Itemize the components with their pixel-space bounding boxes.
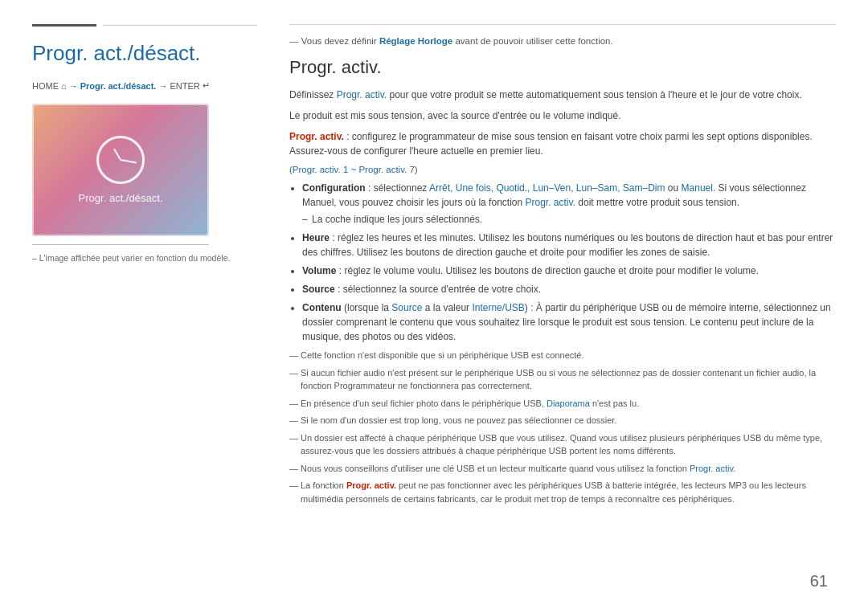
section-title: Progr. activ. bbox=[289, 57, 836, 78]
sub-ref: (Progr. activ. 1 ~ Progr. activ. 7) bbox=[289, 165, 836, 174]
config-manuel: Manuel bbox=[682, 182, 713, 194]
enter-label: ENTER bbox=[170, 81, 199, 91]
remark-1: Cette fonction n'est disponible que si u… bbox=[289, 349, 836, 362]
image-note: – L'image affichée peut varier en foncti… bbox=[32, 253, 257, 263]
progr-activ-range: Progr. activ. 1 ~ Progr. activ. 7 bbox=[293, 165, 415, 174]
source-label: Source bbox=[302, 284, 335, 295]
progr-activ-ref3: Progr. activ. bbox=[690, 464, 735, 473]
home-label: HOME bbox=[32, 81, 59, 91]
volume-label: Volume bbox=[302, 265, 336, 276]
remark-4: Si le nom d'un dossier est trop long, vo… bbox=[289, 414, 836, 427]
clock-icon bbox=[96, 136, 145, 184]
page-number: 61 bbox=[810, 572, 828, 591]
breadcrumb-link[interactable]: Progr. act./désact. bbox=[80, 81, 157, 91]
top-note: — Vous devez définir Réglage Horloge ava… bbox=[289, 36, 836, 46]
line-dark bbox=[32, 24, 96, 27]
clock-minute-hand bbox=[121, 159, 137, 163]
note-prefix: — Vous devez définir bbox=[289, 36, 379, 46]
para3: Progr. activ. : configurez le programmat… bbox=[289, 129, 836, 158]
bullet-source: Source : sélectionnez la source d'entrée… bbox=[302, 282, 836, 296]
right-column: — Vous devez définir Réglage Horloge ava… bbox=[289, 24, 836, 589]
red-label-2: Progr. activ. bbox=[346, 480, 396, 490]
enter-icon: ↵ bbox=[203, 80, 210, 91]
diaporama-ref: Diaporama bbox=[547, 398, 590, 408]
progr-activ-ref1: Progr. activ. bbox=[337, 89, 387, 100]
remark-7: La fonction Progr. activ. peut ne pas fo… bbox=[289, 479, 836, 505]
note-bold: Réglage Horloge bbox=[379, 36, 452, 46]
remark-5: Un dossier est affecté à chaque périphér… bbox=[289, 431, 836, 458]
top-decorative-lines bbox=[32, 24, 257, 27]
heure-label: Heure bbox=[302, 232, 330, 243]
right-top-line bbox=[289, 24, 836, 25]
remark-6: Nous vous conseillons d'utiliser une clé… bbox=[289, 462, 836, 476]
remark-3: En présence d'un seul fichier photo dans… bbox=[289, 397, 836, 411]
line-light bbox=[103, 25, 257, 26]
arrow1: → bbox=[69, 81, 78, 91]
device-image: Progr. act./désact. bbox=[32, 104, 209, 236]
para1: Définissez Progr. activ. pour que votre … bbox=[289, 88, 836, 102]
bullet-heure: Heure : réglez les heures et les minutes… bbox=[302, 231, 836, 260]
clock-face bbox=[99, 138, 142, 182]
remark-2: Si aucun fichier audio n'est présent sur… bbox=[289, 366, 836, 393]
contenu-label: Contenu bbox=[302, 302, 342, 313]
bullet-volume: Volume : réglez le volume voulu. Utilise… bbox=[302, 264, 836, 278]
bullet-contenu: Contenu (lorsque la Source a la valeur I… bbox=[302, 300, 836, 344]
bullet-configuration: Configuration : sélectionnez Arrêt, Une … bbox=[302, 181, 836, 227]
interne-usb: Interne/USB bbox=[472, 302, 524, 313]
home-icon: ⌂ bbox=[61, 81, 67, 91]
sub-bullet-coche: La coche indique les jours sélectionnés. bbox=[312, 212, 836, 227]
breadcrumb: HOME ⌂ → Progr. act./désact. → ENTER ↵ bbox=[32, 80, 257, 91]
config-label: Configuration bbox=[302, 182, 366, 194]
red-label: Progr. activ. bbox=[289, 131, 344, 142]
left-column: Progr. act./désact. HOME ⌂ → Progr. act.… bbox=[32, 24, 257, 589]
bullet-list: Configuration : sélectionnez Arrêt, Une … bbox=[302, 181, 836, 344]
para2: Le produit est mis sous tension, avec la… bbox=[289, 108, 836, 123]
arrow2: → bbox=[158, 81, 167, 91]
source-ref: Source bbox=[391, 302, 422, 313]
progr-activ-ref2: Progr. activ. bbox=[525, 197, 575, 208]
main-title: Progr. act./désact. bbox=[32, 41, 257, 66]
config-options: Arrêt, Une fois, Quotid., Lun–Ven, Lun–S… bbox=[429, 182, 665, 194]
separator bbox=[32, 244, 209, 245]
note-suffix: avant de pouvoir utiliser cette fonction… bbox=[452, 36, 612, 46]
